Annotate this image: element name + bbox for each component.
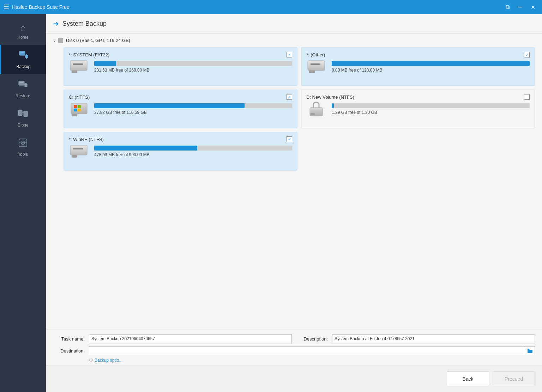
- svg-rect-5: [18, 110, 22, 116]
- window-controls: ⧉ ─ ✕: [502, 2, 538, 12]
- svg-rect-4: [19, 82, 24, 83]
- partition-size-2: 0.00 MB free of 128.00 MB: [332, 68, 382, 73]
- svg-rect-2: [20, 54, 24, 54]
- back-button[interactable]: Back: [447, 372, 489, 386]
- destination-browse-button[interactable]: [525, 346, 535, 355]
- backup-options-label: Backup optio...: [95, 358, 122, 363]
- svg-rect-22: [78, 105, 81, 108]
- description-label: Description:: [296, 336, 328, 342]
- partition-size-3: 27.82 GB free of 116.59 GB: [94, 110, 147, 115]
- destination-row: Destination:: [53, 346, 535, 355]
- svg-rect-3: [19, 81, 24, 85]
- app-body: ⌂ Home Backup: [0, 14, 542, 392]
- svg-rect-19: [311, 63, 320, 65]
- sidebar-item-restore-label: Restore: [16, 93, 30, 98]
- disk-section: ∨ Disk 0 (Basic, GPT, 119.24 GB) *: SYST…: [46, 33, 542, 330]
- collapse-button[interactable]: ∨: [53, 38, 56, 43]
- sidebar-item-clone-label: Clone: [17, 123, 28, 128]
- partition-name-5: *: WinRE (NTFS): [69, 137, 104, 142]
- home-icon: ⌂: [20, 23, 26, 33]
- partition-header-4: D: New Volume (NTFS): [306, 94, 530, 100]
- partition-checkbox-4[interactable]: [524, 94, 530, 100]
- backup-options-link[interactable]: ⚙ Backup optio...: [89, 357, 535, 363]
- partition-checkbox-3[interactable]: [287, 94, 292, 100]
- sidebar-item-backup-label: Backup: [16, 64, 30, 69]
- restore-icon: [18, 79, 28, 92]
- svg-rect-14: [70, 61, 87, 71]
- page-header: ➜ System Backup: [46, 14, 542, 33]
- sidebar-item-backup[interactable]: Backup: [0, 45, 46, 74]
- task-name-row: Task name: Description:: [53, 334, 535, 343]
- footer-bar: Back Proceed: [46, 366, 542, 392]
- svg-point-9: [22, 142, 24, 143]
- partition-header-5: *: WinRE (NTFS): [69, 136, 292, 142]
- partition-info-5: 478.93 MB free of 990.00 MB: [94, 146, 292, 157]
- close-button[interactable]: ✕: [527, 2, 538, 12]
- partition-name-1: *: SYSTEM (FAT32): [69, 52, 109, 57]
- minimize-button[interactable]: ─: [514, 2, 526, 12]
- partition-name-4: D: New Volume (NTFS): [306, 94, 354, 100]
- sidebar: ⌂ Home Backup: [0, 14, 46, 392]
- progress-bg-2: [332, 61, 530, 66]
- progress-bg-1: [94, 61, 292, 66]
- sidebar-item-restore[interactable]: Restore: [0, 74, 46, 103]
- restore-button[interactable]: ⧉: [502, 2, 513, 12]
- partition-checkbox-2[interactable]: [524, 52, 530, 57]
- disk-label: Disk 0 (Basic, GPT, 119.24 GB): [66, 38, 130, 43]
- backup-options-row: ⚙ Backup optio...: [89, 357, 535, 363]
- svg-rect-27: [311, 113, 315, 115]
- svg-rect-30: [73, 148, 83, 149]
- partition-body-3: 27.82 GB free of 116.59 GB: [69, 102, 292, 116]
- drive-img-2: [306, 60, 327, 74]
- proceed-button[interactable]: Proceed: [493, 372, 535, 386]
- tools-icon: [18, 137, 28, 151]
- partition-body-4: 1.29 GB free of 1.30 GB: [306, 102, 530, 116]
- partition-body-5: 478.93 MB free of 990.00 MB: [69, 144, 292, 158]
- partition-info-1: 231.63 MB free of 260.00 MB: [94, 61, 292, 73]
- partition-info-2: 0.00 MB free of 128.00 MB: [332, 61, 530, 73]
- app-title: Hasleo Backup Suite Free: [12, 4, 502, 10]
- partition-name-2: *: (Other): [306, 52, 325, 57]
- partition-checkbox-5[interactable]: [287, 136, 292, 142]
- disk-icon: [58, 38, 63, 43]
- svg-rect-28: [70, 145, 87, 155]
- task-name-label: Task name:: [53, 336, 85, 342]
- progress-bg-5: [94, 146, 292, 151]
- partition-body-1: 231.63 MB free of 260.00 MB: [69, 60, 292, 74]
- disk-header: ∨ Disk 0 (Basic, GPT, 119.24 GB): [53, 38, 535, 43]
- partition-size-5: 478.93 MB free of 990.00 MB: [94, 152, 150, 157]
- drive-img-1: [69, 60, 90, 74]
- gear-icon: ⚙: [89, 357, 93, 363]
- sidebar-item-home[interactable]: ⌂ Home: [0, 18, 46, 45]
- description-input[interactable]: [332, 334, 535, 343]
- drive-img-3: [69, 102, 90, 116]
- partition-header-3: C: (NTFS): [69, 94, 292, 100]
- clone-icon: [18, 108, 28, 121]
- partition-info-4: 1.29 GB free of 1.30 GB: [332, 103, 530, 115]
- destination-input[interactable]: [89, 346, 525, 355]
- task-name-input[interactable]: [89, 334, 292, 343]
- progress-fill-4: [332, 103, 334, 108]
- progress-bg-3: [94, 103, 292, 108]
- svg-rect-24: [78, 109, 81, 111]
- svg-rect-18: [309, 71, 315, 73]
- partition-c-ntfs: C: (NTFS): [64, 90, 297, 128]
- svg-rect-1: [20, 52, 24, 53]
- svg-rect-0: [19, 51, 25, 55]
- partition-d-ntfs: D: New Volume (NTFS): [301, 90, 535, 128]
- progress-fill-5: [94, 146, 197, 151]
- drive-img-4: [306, 102, 327, 116]
- svg-rect-15: [72, 71, 77, 73]
- partition-checkbox-1[interactable]: [287, 52, 292, 57]
- sidebar-item-tools[interactable]: Tools: [0, 133, 46, 162]
- svg-rect-6: [24, 111, 28, 117]
- page-header-icon: ➜: [53, 19, 59, 28]
- svg-rect-16: [73, 63, 83, 65]
- partition-header-1: *: SYSTEM (FAT32): [69, 52, 292, 57]
- sidebar-item-clone[interactable]: Clone: [0, 103, 46, 133]
- backup-icon: [18, 50, 29, 63]
- partition-system-fat32: *: SYSTEM (FAT32): [64, 47, 297, 86]
- progress-fill-2: [332, 61, 530, 66]
- titlebar: ☰ Hasleo Backup Suite Free ⧉ ─ ✕: [0, 0, 542, 14]
- drive-img-5: [69, 144, 90, 158]
